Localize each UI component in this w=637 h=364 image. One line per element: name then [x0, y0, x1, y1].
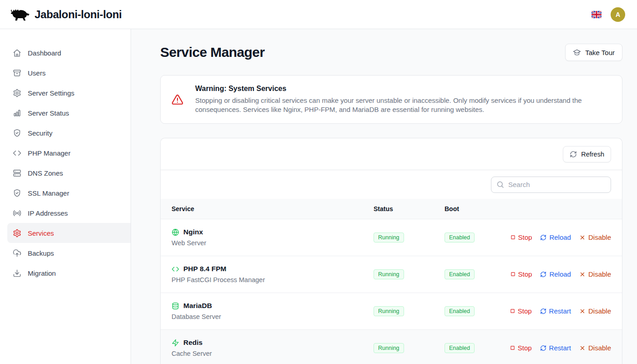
service-name: Redis [183, 339, 202, 347]
sidebar: Dashboard Users Server Settings Server S… [0, 29, 131, 364]
cloud-upload-icon [13, 249, 21, 258]
settings-icon [13, 229, 21, 238]
restart-action-button[interactable]: Restart [540, 344, 571, 352]
stop-action-button[interactable]: Stop [511, 233, 532, 241]
archive-icon [13, 69, 21, 77]
zap-icon [172, 339, 179, 347]
warning-banner: Warning: System Services Stopping or dis… [160, 75, 622, 124]
column-header-service: Service [161, 199, 374, 219]
top-navbar: Jabaloni-loni-loni A [0, 0, 637, 29]
globe-icon [172, 228, 179, 236]
restart-action-button[interactable]: Restart [540, 307, 571, 315]
refresh-button[interactable]: Refresh [563, 146, 611, 162]
stop-action-button[interactable]: Stop [510, 307, 532, 315]
boar-logo-icon [9, 7, 30, 22]
code-icon [172, 265, 179, 273]
sidebar-item-migration[interactable]: Migration [7, 263, 131, 283]
square-icon [510, 308, 515, 313]
service-description: Cache Server [172, 350, 374, 357]
warning-text: Warning: System Services Stopping or dis… [195, 85, 589, 114]
sidebar-item-dashboard[interactable]: Dashboard [7, 43, 131, 63]
disable-action-button[interactable]: Disable [579, 344, 611, 352]
table-header-row: Service Status Boot [161, 199, 622, 219]
code-icon [13, 149, 21, 157]
warning-title: Warning: System Services [195, 85, 589, 93]
refresh-label: Refresh [581, 151, 604, 158]
square-icon [511, 235, 516, 240]
boot-badge: Enabled [445, 343, 475, 353]
search-icon [496, 181, 504, 188]
sidebar-item-ip-addresses[interactable]: IP Addresses [7, 203, 131, 223]
sidebar-item-users[interactable]: Users [7, 63, 131, 83]
service-description: Web Server [172, 239, 374, 247]
services-card: Refresh Service Status Boot [160, 138, 622, 364]
search-box [491, 177, 611, 193]
disable-action-button[interactable]: Disable [579, 270, 611, 278]
bar-chart-icon [13, 109, 21, 117]
sidebar-item-security[interactable]: Security [7, 123, 131, 143]
column-header-status: Status [374, 199, 445, 219]
shield-check-icon [13, 189, 21, 197]
table-row: Redis Cache Server Running Enabled StopR… [161, 329, 622, 364]
shield-check-icon [13, 129, 21, 137]
status-badge: Running [374, 343, 404, 353]
disable-action-button[interactable]: Disable [579, 307, 611, 315]
card-toolbar: Refresh [161, 138, 622, 170]
table-row: PHP 8.4 FPM PHP FastCGI Process Manager … [161, 256, 622, 293]
service-name: Nginx [183, 228, 203, 236]
page-title: Service Manager [160, 45, 264, 60]
boot-badge: Enabled [445, 306, 475, 316]
table-row: Nginx Web Server Running Enabled StopRel… [161, 219, 622, 256]
refresh-icon [540, 271, 546, 278]
status-badge: Running [374, 233, 404, 243]
disable-action-button[interactable]: Disable [579, 233, 611, 241]
radio-icon [13, 209, 21, 217]
reload-action-button[interactable]: Reload [540, 233, 571, 241]
refresh-icon [570, 151, 577, 158]
table-row: MariaDB Database Server Running Enabled … [161, 293, 622, 329]
search-row [161, 170, 622, 199]
boot-badge: Enabled [445, 269, 475, 279]
take-tour-label: Take Tour [585, 49, 615, 56]
settings-icon [13, 89, 21, 97]
sidebar-item-backups[interactable]: Backups [7, 243, 131, 263]
graduation-cap-icon [573, 48, 581, 56]
stop-action-button[interactable]: Stop [511, 270, 532, 278]
status-badge: Running [374, 306, 404, 316]
refresh-icon [540, 345, 546, 351]
user-avatar[interactable]: A [611, 7, 625, 22]
search-input[interactable] [508, 181, 606, 188]
square-icon [511, 272, 516, 277]
sidebar-item-services[interactable]: Services [7, 223, 131, 243]
service-name: PHP 8.4 FPM [183, 265, 226, 273]
main-content: Service Manager Take Tour Warning: Syste… [131, 29, 637, 364]
warning-body: Stopping or disabling critical services … [195, 96, 589, 114]
sidebar-item-dns-zones[interactable]: DNS Zones [7, 163, 131, 183]
alert-triangle-icon [172, 94, 183, 106]
service-description: Database Server [172, 313, 374, 320]
stop-action-button[interactable]: Stop [510, 344, 532, 352]
uk-flag-icon[interactable] [592, 11, 602, 18]
refresh-icon [540, 308, 546, 314]
service-name: MariaDB [183, 302, 212, 310]
home-icon [13, 49, 21, 57]
navbar-right: A [592, 7, 628, 22]
sidebar-item-php-manager[interactable]: PHP Manager [7, 143, 131, 163]
brand: Jabaloni-loni-loni [9, 7, 121, 22]
square-icon [510, 345, 515, 350]
reload-action-button[interactable]: Reload [540, 270, 571, 278]
app-title: Jabaloni-loni-loni [35, 8, 121, 21]
column-header-boot: Boot [445, 199, 516, 219]
sidebar-item-server-settings[interactable]: Server Settings [7, 83, 131, 103]
boot-badge: Enabled [445, 233, 475, 243]
sidebar-item-server-status[interactable]: Server Status [7, 103, 131, 123]
page-header: Service Manager Take Tour [160, 44, 622, 61]
services-table: Service Status Boot Nginx Web Server Run… [161, 199, 622, 364]
column-header-actions [516, 199, 622, 219]
take-tour-button[interactable]: Take Tour [565, 44, 622, 61]
service-description: PHP FastCGI Process Manager [172, 276, 374, 283]
download-icon [13, 269, 21, 278]
x-icon [579, 345, 586, 351]
sidebar-item-ssl-manager[interactable]: SSL Manager [7, 183, 131, 203]
database-icon [172, 302, 179, 310]
